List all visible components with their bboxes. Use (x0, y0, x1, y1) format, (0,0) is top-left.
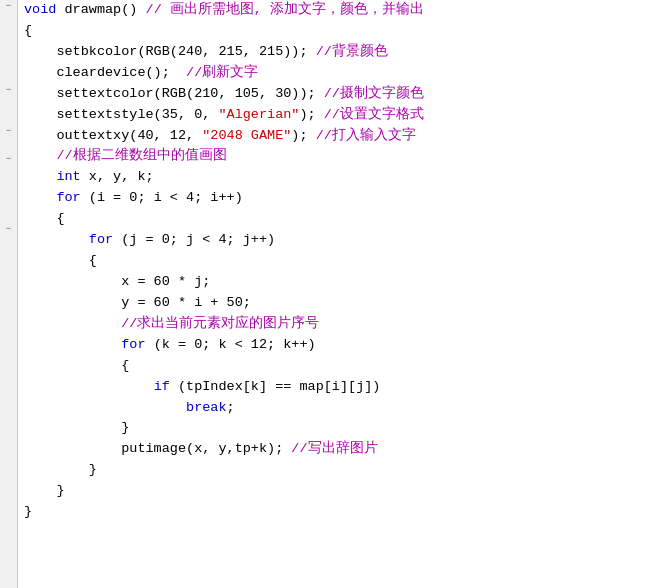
code-content: void drawmap() // 画出所需地图, 添加文字，颜色，并输出{ s… (18, 0, 658, 588)
code-line-1: { (24, 21, 658, 42)
fold-gutter[interactable]: −−−−− (0, 0, 18, 588)
fold-icon-8 (2, 112, 16, 126)
code-editor: −−−−− void drawmap() // 画出所需地图, 添加文字，颜色，… (0, 0, 658, 588)
fold-icon-22 (2, 307, 16, 321)
fold-icon-24 (2, 335, 16, 349)
code-line-21: putimage(x, y,tp+k); //写出辞图片 (24, 439, 658, 460)
code-line-20: } (24, 418, 658, 439)
fold-icon-20 (2, 279, 16, 293)
fold-icon-18 (2, 251, 16, 265)
fold-icon-21 (2, 293, 16, 307)
code-line-4: settextcolor(RGB(210, 105, 30)); //摄制文字颜… (24, 84, 658, 105)
fold-icon-9[interactable]: − (2, 125, 16, 139)
code-line-17: { (24, 356, 658, 377)
code-line-13: x = 60 * j; (24, 272, 658, 293)
code-line-12: { (24, 251, 658, 272)
fold-icon-19 (2, 265, 16, 279)
code-line-18: if (tpIndex[k] == map[i][j]) (24, 377, 658, 398)
fold-icon-10 (2, 139, 16, 153)
fold-icon-12 (2, 167, 16, 181)
code-line-10: { (24, 209, 658, 230)
code-line-9: for (i = 0; i < 4; i++) (24, 188, 658, 209)
code-line-23: } (24, 481, 658, 502)
fold-icon-23 (2, 321, 16, 335)
code-line-0: void drawmap() // 画出所需地图, 添加文字，颜色，并输出 (24, 0, 658, 21)
fold-icon-16[interactable]: − (2, 223, 16, 237)
code-line-6: outtextxy(40, 12, "2048 GAME"); //打入输入文字 (24, 126, 658, 147)
fold-icon-3 (2, 42, 16, 56)
fold-icon-2 (2, 28, 16, 42)
code-line-5: settextstyle(35, 0, "Algerian"); //设置文字格… (24, 105, 658, 126)
code-line-16: for (k = 0; k < 12; k++) (24, 335, 658, 356)
fold-icon-6[interactable]: − (2, 84, 16, 98)
code-line-11: for (j = 0; j < 4; j++) (24, 230, 658, 251)
code-line-24: } (24, 502, 658, 523)
fold-icon-13 (2, 181, 16, 195)
code-line-2: setbkcolor(RGB(240, 215, 215)); //背景颜色 (24, 42, 658, 63)
code-line-7: //根据二维数组中的值画图 (24, 146, 658, 167)
code-line-15: //求出当前元素对应的图片序号 (24, 314, 658, 335)
fold-icon-15 (2, 209, 16, 223)
fold-icon-0[interactable]: − (2, 0, 16, 14)
code-line-14: y = 60 * i + 50; (24, 293, 658, 314)
fold-icon-1 (2, 14, 16, 28)
fold-icon-7 (2, 98, 16, 112)
fold-icon-5 (2, 70, 16, 84)
fold-icon-11[interactable]: − (2, 153, 16, 167)
code-line-22: } (24, 460, 658, 481)
fold-icon-14 (2, 195, 16, 209)
fold-icon-4 (2, 56, 16, 70)
fold-icon-17 (2, 237, 16, 251)
code-line-3: cleardevice(); //刷新文字 (24, 63, 658, 84)
code-line-8: int x, y, k; (24, 167, 658, 188)
code-line-19: break; (24, 398, 658, 419)
